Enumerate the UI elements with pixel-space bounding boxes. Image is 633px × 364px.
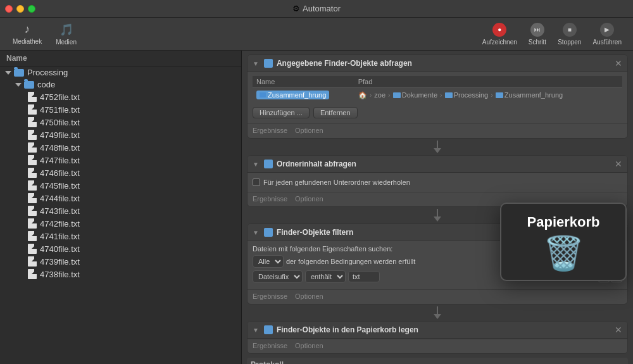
file-icon xyxy=(28,218,37,229)
toolbar-left: ♪ Mediathek 🎵 Medien xyxy=(6,20,83,48)
connector-3 xyxy=(242,308,633,317)
tab-ergebnisse-4[interactable]: Ergebnisse xyxy=(253,342,287,351)
sidebar-item-code[interactable]: code xyxy=(0,78,241,91)
row-path: 🏠 › zoe › Dokumente › xyxy=(354,88,622,103)
close-icon[interactable]: ✕ xyxy=(615,325,622,335)
window-title-icon: ⚙ xyxy=(292,4,300,13)
file-icon xyxy=(28,269,37,279)
path-folder-icon xyxy=(445,92,453,98)
filter-all-select[interactable]: Alle xyxy=(253,255,284,268)
aufzeichnen-button[interactable]: ● Aufzeichnen xyxy=(477,20,522,48)
medien-button[interactable]: 🎵 Medien xyxy=(49,20,83,48)
list-item[interactable]: 4740file.txt xyxy=(0,242,241,255)
path-zusammen: Zusammenf_hrung xyxy=(496,91,563,99)
connector-arrow xyxy=(434,148,441,153)
block-finder-items-content: Name Pfad Zusammenf_hrung xyxy=(248,72,627,123)
trash-icon: 🗑️ xyxy=(543,237,584,270)
left-panel: Name Processing code 4752file.txt 4751fi… xyxy=(0,51,242,364)
tab-ergebnisse-3[interactable]: Ergebnisse xyxy=(253,292,287,301)
ausfuehren-label: Ausführen xyxy=(592,39,622,46)
schritt-button[interactable]: ⏭ Schritt xyxy=(523,20,551,48)
col-path: Pfad xyxy=(354,76,622,88)
tab-ergebnisse-1[interactable]: Ergebnisse xyxy=(253,127,287,135)
path-folder-icon xyxy=(496,92,503,98)
aufzeichnen-label: Aufzeichnen xyxy=(482,39,517,46)
expand-icon[interactable]: ▼ xyxy=(253,229,259,236)
run-icon: ▶ xyxy=(600,23,614,37)
close-icon[interactable]: ✕ xyxy=(615,159,622,169)
list-item[interactable]: 4746file.txt xyxy=(0,166,241,179)
list-item[interactable]: 4745file.txt xyxy=(0,179,241,192)
row-name: Zusammenf_hrung xyxy=(253,88,354,103)
block-trash: ▼ Finder-Objekte in den Papierkorb legen… xyxy=(247,321,628,354)
file-icon xyxy=(28,231,37,241)
entfernen-button[interactable]: Entfernen xyxy=(313,107,358,118)
tab-optionen-1[interactable]: Optionen xyxy=(295,127,323,135)
filter-value-input[interactable] xyxy=(348,271,380,282)
file-label: 4746file.txt xyxy=(40,168,80,178)
papierkorb-overlay: Papierkorb 🗑️ xyxy=(500,203,627,281)
medien-label: Medien xyxy=(56,39,77,46)
toolbar: ♪ Mediathek 🎵 Medien ● Aufzeichnen ⏭ Sch… xyxy=(0,18,633,51)
checkbox-row: Für jeden gefundenen Unterordner wiederh… xyxy=(253,177,622,188)
protocol-panel: Protokoll Angegebene Finder-Objekte abfr… xyxy=(247,358,628,364)
expand-icon[interactable]: ▼ xyxy=(253,60,259,67)
medien-icon: 🎵 xyxy=(60,23,73,37)
list-item[interactable]: 4741file.txt xyxy=(0,230,241,242)
file-label: 4750file.txt xyxy=(40,118,80,127)
file-label: 4739file.txt xyxy=(40,257,80,267)
maximize-button[interactable] xyxy=(28,5,35,13)
checkbox-unterordner[interactable] xyxy=(253,179,260,186)
file-icon xyxy=(28,117,37,127)
finder-items-table: Name Pfad Zusammenf_hrung xyxy=(253,76,622,102)
mediathek-label: Mediathek xyxy=(13,38,42,45)
list-item[interactable]: 4744file.txt xyxy=(0,192,241,204)
file-icon xyxy=(28,155,37,165)
file-icon xyxy=(28,244,37,254)
path-processing: Processing xyxy=(445,91,488,99)
sidebar-item-processing[interactable]: Processing xyxy=(0,66,241,78)
block-filter-footer: Ergebnisse Optionen xyxy=(248,289,627,304)
minimize-button[interactable] xyxy=(16,5,24,13)
list-item[interactable]: 4738file.txt xyxy=(0,268,241,280)
file-icon xyxy=(28,130,37,140)
file-label: 4747file.txt xyxy=(40,156,80,165)
list-item[interactable]: 4747file.txt xyxy=(0,154,241,166)
title-bar: ⚙ Automator xyxy=(0,0,633,18)
stoppen-button[interactable]: ■ Stoppen xyxy=(553,20,586,48)
file-icon xyxy=(28,206,37,216)
tab-optionen-3[interactable]: Optionen xyxy=(295,292,323,301)
tab-optionen-4[interactable]: Optionen xyxy=(295,342,323,351)
filter-type-select[interactable]: Dateisufix xyxy=(253,270,303,283)
tab-ergebnisse-2[interactable]: Ergebnisse xyxy=(253,195,287,204)
list-item[interactable]: 4752file.txt xyxy=(0,91,241,103)
file-icon xyxy=(28,142,37,153)
expand-icon[interactable]: ▼ xyxy=(253,161,259,168)
close-icon[interactable]: ✕ xyxy=(615,58,622,68)
block-folder-contents-content: Für jeden gefundenen Unterordner wiederh… xyxy=(248,173,627,192)
file-label: 4741file.txt xyxy=(40,232,80,241)
hinzufuegen-button[interactable]: Hinzufügen ... xyxy=(253,107,310,118)
file-icon xyxy=(28,193,37,203)
list-item[interactable]: 4751file.txt xyxy=(0,103,241,116)
checkbox-label: Für jeden gefundenen Unterordner wiederh… xyxy=(263,179,410,186)
mediathek-icon: ♪ xyxy=(25,23,30,36)
list-item[interactable]: 4748file.txt xyxy=(0,141,241,154)
expand-icon[interactable]: ▼ xyxy=(253,327,259,334)
block-trash-header: ▼ Finder-Objekte in den Papierkorb legen… xyxy=(248,322,627,339)
filter-op-select[interactable]: enthält xyxy=(305,270,346,283)
list-item[interactable]: 4750file.txt xyxy=(0,116,241,129)
tab-optionen-2[interactable]: Optionen xyxy=(295,195,323,204)
list-item[interactable]: 4743file.txt xyxy=(0,204,241,217)
schritt-label: Schritt xyxy=(529,39,546,46)
record-icon: ● xyxy=(492,23,506,37)
list-item[interactable]: 4739file.txt xyxy=(0,255,241,268)
list-item[interactable]: 4749file.txt xyxy=(0,129,241,141)
block-trash-title: Finder-Objekte in den Papierkorb legen xyxy=(277,325,611,334)
close-button[interactable] xyxy=(5,5,13,13)
list-item[interactable]: 4742file.txt xyxy=(0,217,241,230)
block-trash-footer: Ergebnisse Optionen xyxy=(248,339,627,353)
mediathek-button[interactable]: ♪ Mediathek xyxy=(6,20,48,47)
folder-tag: Zusammenf_hrung xyxy=(256,91,329,99)
ausfuehren-button[interactable]: ▶ Ausführen xyxy=(587,20,627,48)
